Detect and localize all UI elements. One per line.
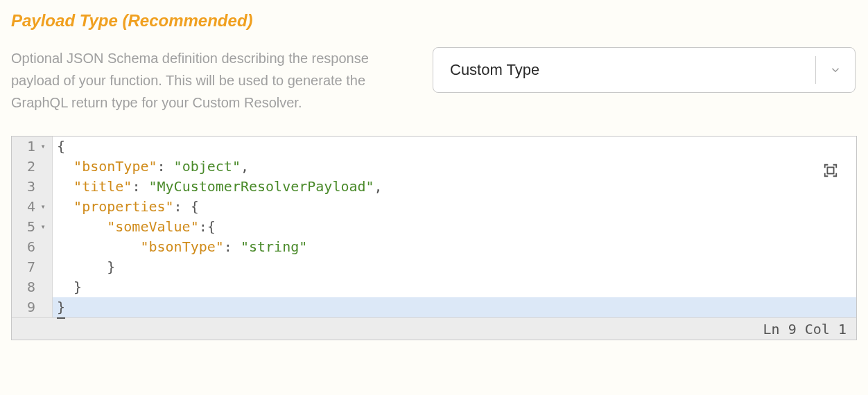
- fold-marker-icon[interactable]: ▾: [38, 137, 48, 157]
- fullscreen-icon[interactable]: [823, 163, 838, 178]
- code-line[interactable]: }: [53, 257, 856, 277]
- code-line[interactable]: {: [53, 137, 856, 157]
- gutter-line: 2: [12, 157, 52, 177]
- section-description: Optional JSON Schema definition describi…: [11, 47, 399, 114]
- type-select-wrapper: Custom Type: [433, 47, 856, 114]
- gutter-line: 7: [12, 257, 52, 277]
- section-title: Payload Type (Recommended): [11, 11, 857, 30]
- gutter-line: 3: [12, 177, 52, 197]
- code-line[interactable]: "someValue":{: [53, 217, 856, 237]
- code-line[interactable]: }: [53, 297, 856, 317]
- editor-gutter: 1▾234▾5▾6789: [12, 137, 53, 317]
- chevron-down-icon: [816, 64, 855, 76]
- code-line[interactable]: "properties": {: [53, 197, 856, 217]
- type-select-value: Custom Type: [450, 61, 815, 79]
- header-row: Optional JSON Schema definition describi…: [11, 47, 857, 114]
- code-line[interactable]: "bsonType": "object",: [53, 157, 856, 177]
- gutter-line: 9: [12, 297, 52, 317]
- gutter-line: 4▾: [12, 197, 52, 217]
- gutter-line: 8: [12, 277, 52, 297]
- gutter-line: 6: [12, 237, 52, 257]
- code-line[interactable]: }: [53, 277, 856, 297]
- gutter-line: 1▾: [12, 137, 52, 157]
- code-editor[interactable]: 1▾234▾5▾6789 { "bsonType": "object", "ti…: [11, 136, 857, 340]
- editor-status-bar: Ln 9 Col 1: [12, 317, 856, 340]
- fold-marker-icon[interactable]: ▾: [38, 217, 48, 237]
- type-select[interactable]: Custom Type: [433, 47, 856, 93]
- gutter-line: 5▾: [12, 217, 52, 237]
- code-line[interactable]: "title": "MyCustomerResolverPayload",: [53, 177, 856, 197]
- fold-marker-icon[interactable]: ▾: [38, 197, 48, 217]
- editor-code-area[interactable]: { "bsonType": "object", "title": "MyCust…: [53, 137, 856, 317]
- code-line[interactable]: "bsonType": "string": [53, 237, 856, 257]
- svg-rect-0: [827, 167, 833, 173]
